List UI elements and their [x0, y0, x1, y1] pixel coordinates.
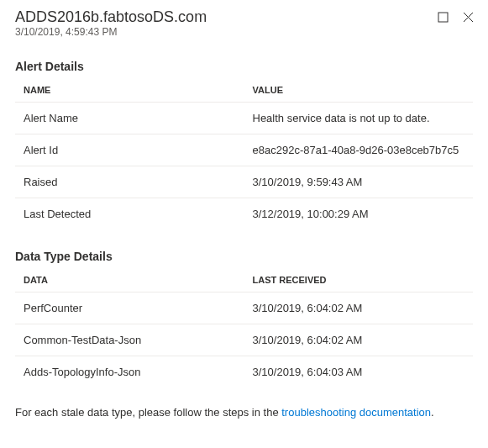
troubleshooting-link[interactable]: troubleshooting documentation — [281, 406, 431, 419]
alert-details-title: Alert Details — [15, 60, 473, 73]
footer-help-text: For each stale data type, please follow … — [0, 391, 488, 427]
alert-name-value: Health service data is not up to date. — [244, 103, 474, 134]
alert-col-name: NAME — [15, 78, 244, 103]
alert-lastdetected-label: Last Detected — [15, 198, 244, 230]
alert-raised-label: Raised — [15, 166, 244, 198]
table-row: PerfCounter 3/10/2019, 6:04:02 AM — [15, 293, 473, 324]
table-row: Common-TestData-Json 3/10/2019, 6:04:02 … — [15, 324, 473, 356]
table-row: Last Detected 3/12/2019, 10:00:29 AM — [15, 198, 473, 230]
close-button[interactable] — [459, 8, 476, 25]
data-type-lastreceived: 3/10/2019, 6:04:02 AM — [244, 293, 474, 324]
table-row: Adds-TopologyInfo-Json 3/10/2019, 6:04:0… — [15, 356, 473, 388]
data-type-name: Common-TestData-Json — [15, 324, 244, 356]
restore-icon — [438, 12, 449, 23]
close-icon — [463, 12, 474, 23]
data-col-data: DATA — [15, 268, 244, 293]
data-type-lastreceived: 3/10/2019, 6:04:02 AM — [244, 324, 474, 356]
alert-name-label: Alert Name — [15, 103, 244, 134]
alert-lastdetected-value: 3/12/2019, 10:00:29 AM — [244, 198, 474, 230]
data-type-table: DATA LAST RECEIVED PerfCounter 3/10/2019… — [15, 268, 473, 387]
table-row: Raised 3/10/2019, 9:59:43 AM — [15, 166, 473, 198]
restore-button[interactable] — [434, 8, 451, 25]
data-type-name: PerfCounter — [15, 293, 244, 324]
data-type-name: Adds-TopologyInfo-Json — [15, 356, 244, 388]
svg-rect-0 — [438, 13, 448, 22]
alert-details-section: Alert Details NAME VALUE Alert Name Heal… — [0, 43, 488, 233]
footer-prefix: For each stale data type, please follow … — [15, 406, 281, 419]
panel-header: ADDS2016b.fabtosoDS.com 3/10/2019, 4:59:… — [0, 0, 488, 43]
footer-suffix: . — [431, 406, 434, 419]
alert-raised-value: 3/10/2019, 9:59:43 AM — [244, 166, 474, 198]
table-row: Alert Name Health service data is not up… — [15, 103, 473, 134]
data-type-title: Data Type Details — [15, 250, 473, 263]
alert-details-table: NAME VALUE Alert Name Health service dat… — [15, 78, 473, 229]
alert-id-value: e8ac292c-87a1-40a8-9d26-03e8ceb7b7c5 — [244, 134, 474, 166]
table-row: Alert Id e8ac292c-87a1-40a8-9d26-03e8ceb… — [15, 134, 473, 166]
alert-id-label: Alert Id — [15, 134, 244, 166]
alert-col-value: VALUE — [244, 78, 474, 103]
panel-title: ADDS2016b.fabtosoDS.com — [15, 8, 473, 26]
panel-timestamp: 3/10/2019, 4:59:43 PM — [15, 26, 473, 38]
window-controls — [434, 8, 476, 25]
data-type-lastreceived: 3/10/2019, 6:04:03 AM — [244, 356, 474, 388]
data-type-section: Data Type Details DATA LAST RECEIVED Per… — [0, 233, 488, 391]
data-col-lastreceived: LAST RECEIVED — [244, 268, 474, 293]
